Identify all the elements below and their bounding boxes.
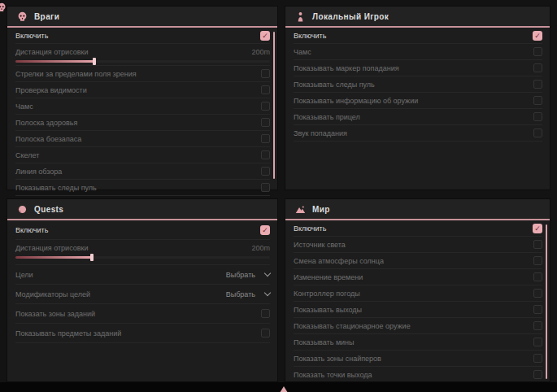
checkbox[interactable] xyxy=(533,63,542,72)
toggle-label: Показывать следы пуль xyxy=(294,81,375,89)
slider-handle[interactable] xyxy=(90,254,94,261)
toggle-row: Показать точки выхода xyxy=(294,367,542,383)
cursor-arrow xyxy=(280,386,288,392)
toggle-row: Показывать следы пуль xyxy=(15,180,270,196)
checkbox[interactable]: ✓ xyxy=(260,31,270,41)
dropdown[interactable]: Выбрать xyxy=(226,271,270,279)
toggle-label: Скелет xyxy=(15,151,39,159)
toggle-label: Показывать информацию об оружии xyxy=(294,97,418,105)
toggle-row: Показывать мины xyxy=(294,334,542,351)
checkbox[interactable] xyxy=(261,329,270,338)
checkbox[interactable]: ✓ xyxy=(533,224,542,233)
panel-world-body: Включить✓Источник светаСмена атмосферы с… xyxy=(285,220,550,383)
checkbox[interactable] xyxy=(533,305,542,314)
checkbox[interactable] xyxy=(533,47,542,56)
checkbox[interactable]: ✓ xyxy=(533,31,542,41)
scrollbar[interactable] xyxy=(273,32,275,179)
checkbox[interactable] xyxy=(261,69,270,78)
checkbox[interactable] xyxy=(533,112,542,121)
checkbox[interactable] xyxy=(533,321,542,330)
panel-local-player-body: Включить✓ЧамсПоказывать маркер попадания… xyxy=(285,28,550,142)
slider-track[interactable] xyxy=(15,60,270,63)
toggle-row: Полоска здоровья xyxy=(15,115,270,131)
dropdown[interactable]: Выбрать xyxy=(226,290,270,298)
mod-menu-screen: Враги Включить✓Дистанция отрисовки200mСт… xyxy=(0,0,557,392)
checkbox[interactable] xyxy=(533,354,542,363)
slider-track[interactable] xyxy=(15,256,270,259)
select-row: Модификаторы целейВыбрать xyxy=(15,285,270,304)
toggle-label: Смена атмосферы солнца xyxy=(294,257,384,265)
select-label: Модификаторы целей xyxy=(15,290,90,298)
checkbox[interactable] xyxy=(533,338,542,346)
checkbox[interactable] xyxy=(533,128,542,137)
scrollbar[interactable] xyxy=(546,224,547,379)
checkbox[interactable] xyxy=(533,256,542,265)
slider-value: 200m xyxy=(251,48,270,56)
toggle-row: Показывать маркер попадания xyxy=(294,60,542,76)
checkbox[interactable] xyxy=(261,150,270,159)
checkbox[interactable]: ✓ xyxy=(260,225,270,235)
checkbox[interactable] xyxy=(261,167,270,176)
slider-row: Дистанция отрисовки200m xyxy=(15,44,270,66)
checkbox[interactable] xyxy=(261,118,270,127)
toggle-row: Звук попадания xyxy=(294,125,542,142)
toggle-row: Показывать следы пуль xyxy=(294,76,542,93)
toggle-row: Показывать прицел xyxy=(294,109,542,125)
toggle-row: Показывать предметы заданий xyxy=(15,324,270,343)
panel-local-player-header: Локальный Игрок xyxy=(285,7,550,28)
toggle-label: Изменение времени xyxy=(294,273,363,281)
toggle-row: Чамс xyxy=(294,44,542,60)
toggle-label: Чамс xyxy=(15,102,33,111)
toggle-row: Линия обзора xyxy=(15,163,270,180)
slider-row: Дистанция отрисовки200m xyxy=(15,240,270,265)
dropdown-value: Выбрать xyxy=(226,290,255,298)
toggle-label: Чамс xyxy=(294,48,311,56)
dropdown-value: Выбрать xyxy=(226,271,255,279)
corner-skull-icon xyxy=(0,1,7,11)
slider-label: Дистанция отрисовки xyxy=(15,48,89,56)
toggle-row: Скелет xyxy=(15,147,270,163)
toggle-row: Включить✓ xyxy=(294,220,542,237)
checkbox[interactable] xyxy=(261,102,270,111)
panel-world: Мир Включить✓Источник светаСмена атмосфе… xyxy=(285,198,550,382)
checkbox[interactable] xyxy=(533,80,542,89)
toggle-label: Показывать стационарное оружие xyxy=(294,322,411,330)
panel-title: Quests xyxy=(34,205,63,214)
checkbox[interactable] xyxy=(533,96,542,105)
checkbox[interactable] xyxy=(533,289,542,298)
panel-quests: Quests Включить✓Дистанция отрисовки200mЦ… xyxy=(7,198,278,382)
toggle-label: Включить xyxy=(15,226,48,234)
checkbox[interactable] xyxy=(533,272,542,281)
panel-enemies: Враги Включить✓Дистанция отрисовки200mСт… xyxy=(7,6,278,190)
panel-enemies-header: Враги xyxy=(7,7,277,28)
toggle-label: Показывать выходы xyxy=(294,306,362,314)
toggle-row: Контроллер погоды xyxy=(294,285,542,302)
toggle-row: Включить✓ xyxy=(294,28,542,44)
panel-title: Враги xyxy=(34,12,59,21)
toggle-label: Стрелки за пределами поля зрения xyxy=(15,70,137,78)
toggle-row: Чамс xyxy=(15,98,270,115)
toggle-label: Контроллер погоды xyxy=(294,290,360,298)
toggle-row: Показать зоны заданий xyxy=(15,304,270,324)
slider-fill xyxy=(15,256,92,259)
checkbox[interactable] xyxy=(533,370,542,379)
toggle-row: Включить✓ xyxy=(15,220,270,240)
checkbox[interactable] xyxy=(261,85,270,94)
toggle-row: Полоска боезапаса xyxy=(15,131,270,147)
checkbox[interactable] xyxy=(261,134,270,143)
person-icon xyxy=(295,11,306,22)
checkbox[interactable] xyxy=(261,183,270,192)
panel-local-player: Локальный Игрок Включить✓ЧамсПоказывать … xyxy=(285,6,550,190)
toggle-label: Показывать прицел xyxy=(294,113,360,121)
toggle-label: Линия обзора xyxy=(15,168,62,176)
checkbox[interactable] xyxy=(533,240,542,249)
checkbox[interactable] xyxy=(261,309,270,318)
panel-title: Мир xyxy=(312,205,330,214)
mountain-icon xyxy=(295,204,306,215)
chevron-down-icon xyxy=(264,290,271,296)
toggle-label: Показывать маркер попадания xyxy=(294,64,399,72)
select-row: ЦелиВыбрать xyxy=(15,265,270,285)
toggle-label: Показать зоны заданий xyxy=(15,310,95,318)
toggle-label: Полоска боезапаса xyxy=(15,135,81,143)
slider-handle[interactable] xyxy=(93,58,96,65)
